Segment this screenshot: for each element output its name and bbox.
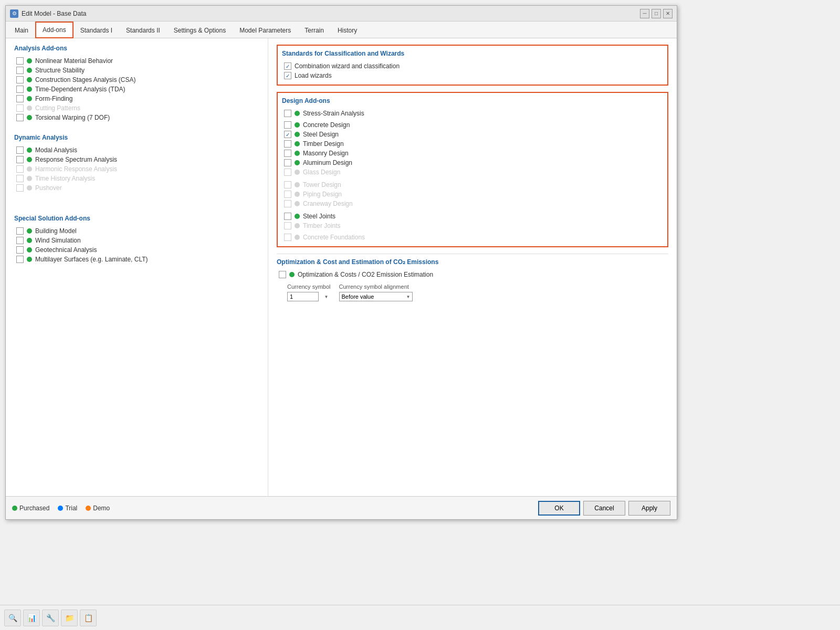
tab-addons[interactable]: Add-ons xyxy=(35,22,74,38)
taskbar-icon-1[interactable]: 📊 xyxy=(23,610,40,626)
gray-dot-icon xyxy=(295,201,300,206)
green-dot-icon xyxy=(295,122,300,128)
green-dot-icon xyxy=(27,247,32,253)
dynamic-section-title: Dynamic Analysis xyxy=(14,134,259,141)
minimize-button[interactable]: ─ xyxy=(640,9,649,18)
list-item: Nonlinear Material Behavior xyxy=(16,56,259,66)
taskbar-icon-3[interactable]: 📁 xyxy=(61,610,78,626)
rsa-checkbox[interactable] xyxy=(16,156,24,163)
steel-joints-label: Steel Joints xyxy=(303,213,335,220)
apply-button[interactable]: Apply xyxy=(628,501,670,516)
concrete-foundations-item: Concrete Foundations xyxy=(284,233,663,242)
modal-checkbox[interactable] xyxy=(16,146,24,154)
left-panel: Analysis Add-ons Nonlinear Material Beha… xyxy=(6,38,268,496)
currency-row: Currency symbol 1 Currency symbol alignm… xyxy=(287,284,668,301)
form-finding-checkbox[interactable] xyxy=(16,95,24,102)
menu-bar: Main Add-ons Standards I Standards II Se… xyxy=(6,22,677,38)
geo-checkbox[interactable] xyxy=(16,246,24,254)
legend-trial: Trial xyxy=(58,505,77,512)
timber-joints-item: Timber Joints xyxy=(284,221,663,230)
timber-design-checkbox[interactable] xyxy=(284,140,291,148)
load-wizard-checkbox[interactable] xyxy=(284,72,291,79)
wind-sim-checkbox[interactable] xyxy=(16,237,24,244)
window-icon: ⚙ xyxy=(10,9,18,18)
piping-design-label: Piping Design xyxy=(303,191,342,198)
glass-design-label: Glass Design xyxy=(303,169,340,176)
csa-checkbox[interactable] xyxy=(16,76,24,83)
stability-checkbox[interactable] xyxy=(16,67,24,74)
tower-design-label: Tower Design xyxy=(303,181,341,188)
green-dot-icon xyxy=(295,111,300,116)
green-dot-icon xyxy=(27,115,32,120)
taskbar-icon-2[interactable]: 🔧 xyxy=(42,610,59,626)
analysis-section-title: Analysis Add-ons xyxy=(14,45,259,52)
list-item: Time-Dependent Analysis (TDA) xyxy=(16,85,259,94)
building-model-checkbox[interactable] xyxy=(16,227,24,235)
load-wizard-item: Load wizards xyxy=(284,71,663,80)
concrete-design-label: Concrete Design xyxy=(303,121,350,129)
geo-label: Geotechnical Analysis xyxy=(35,246,97,254)
piping-design-checkbox xyxy=(284,191,291,198)
time-history-label: Time History Analysis xyxy=(35,175,95,182)
tab-standards2[interactable]: Standards II xyxy=(119,22,167,38)
currency-symbol-wrapper: 1 xyxy=(287,292,331,301)
gray-dot-icon xyxy=(27,106,32,111)
tab-main[interactable]: Main xyxy=(8,22,35,38)
demo-label: Demo xyxy=(93,505,110,512)
purchased-dot-icon xyxy=(12,506,17,511)
concrete-foundations-label: Concrete Foundations xyxy=(303,234,365,241)
maximize-button[interactable]: □ xyxy=(652,9,661,18)
title-bar-left: ⚙ Edit Model - Base Data xyxy=(10,9,86,18)
optimization-checkbox[interactable] xyxy=(279,271,286,278)
list-item: Construction Stages Analysis (CSA) xyxy=(16,75,259,85)
gray-dot-icon xyxy=(27,166,32,172)
masonry-design-checkbox[interactable] xyxy=(284,150,291,157)
green-dot-icon xyxy=(27,228,32,234)
torsional-checkbox[interactable] xyxy=(16,114,24,121)
legend-purchased: Purchased xyxy=(12,505,49,512)
gray-dot-icon xyxy=(295,223,300,228)
tab-standards1[interactable]: Standards I xyxy=(74,22,119,38)
list-item: Form-Finding xyxy=(16,94,259,103)
green-dot-icon xyxy=(27,68,32,73)
green-dot-icon xyxy=(27,238,32,243)
pushover-label: Pushover xyxy=(35,184,62,192)
design-title: Design Add-ons xyxy=(282,97,663,104)
list-item: Cutting Patterns xyxy=(16,103,259,113)
tab-history[interactable]: History xyxy=(331,22,364,38)
concrete-design-checkbox[interactable] xyxy=(284,121,291,129)
cancel-button[interactable]: Cancel xyxy=(583,501,625,516)
green-dot-icon xyxy=(27,257,32,262)
currency-alignment-select[interactable]: Before value After value xyxy=(339,292,413,301)
stress-strain-checkbox[interactable] xyxy=(284,110,291,117)
aluminum-design-checkbox[interactable] xyxy=(284,159,291,166)
ok-button[interactable]: OK xyxy=(538,501,580,516)
currency-symbol-select[interactable]: 1 xyxy=(287,292,319,301)
tab-settings[interactable]: Settings & Options xyxy=(167,22,233,38)
nonlinear-checkbox[interactable] xyxy=(16,57,24,65)
gray-dot-icon xyxy=(295,170,300,175)
taskbar-icon-4[interactable]: 📋 xyxy=(80,610,97,626)
craneway-design-label: Craneway Design xyxy=(303,200,353,207)
steel-design-checkbox[interactable] xyxy=(284,131,291,138)
purchased-label: Purchased xyxy=(19,505,49,512)
list-item: Geotechnical Analysis xyxy=(16,245,259,255)
combo-wizard-checkbox[interactable] xyxy=(284,62,291,70)
taskbar-icon-0[interactable]: 🔍 xyxy=(4,610,21,626)
window-title: Edit Model - Base Data xyxy=(22,10,86,17)
tda-checkbox[interactable] xyxy=(16,86,24,93)
multilayer-checkbox[interactable] xyxy=(16,256,24,263)
gray-dot-icon xyxy=(295,182,300,187)
standards-box: Standards for Classification and Wizards… xyxy=(277,45,668,86)
steel-joints-checkbox[interactable] xyxy=(284,213,291,220)
standards-title: Standards for Classification and Wizards xyxy=(282,50,663,57)
close-button[interactable]: ✕ xyxy=(663,9,673,18)
load-wizard-label: Load wizards xyxy=(295,72,332,79)
modal-label: Modal Analysis xyxy=(35,146,77,154)
form-finding-label: Form-Finding xyxy=(35,95,72,102)
tab-model-params[interactable]: Model Parameters xyxy=(233,22,298,38)
tab-terrain[interactable]: Terrain xyxy=(298,22,331,38)
title-bar: ⚙ Edit Model - Base Data ─ □ ✕ xyxy=(6,6,677,22)
masonry-design-label: Masonry Design xyxy=(303,150,349,157)
concrete-design-item: Concrete Design xyxy=(284,120,663,130)
